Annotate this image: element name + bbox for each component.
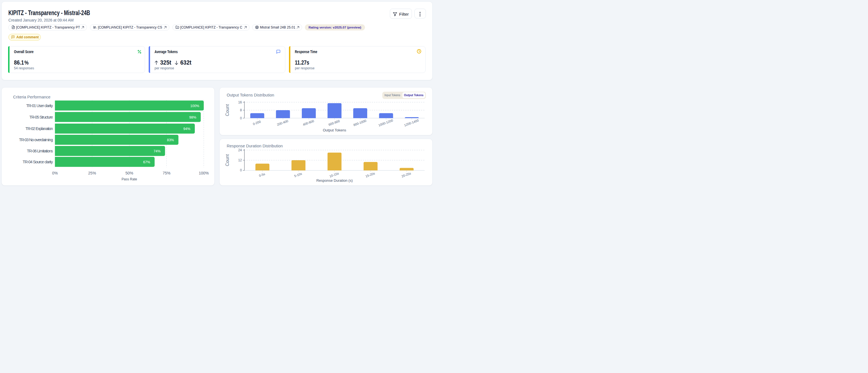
svg-text:100%: 100%	[199, 171, 209, 175]
svg-text:24: 24	[238, 148, 242, 152]
svg-text:800-1000: 800-1000	[353, 119, 367, 127]
svg-text:1000-1200: 1000-1200	[378, 119, 394, 127]
svg-text:5-10s: 5-10s	[294, 172, 302, 177]
svg-text:TR-03 No overclaiming: TR-03 No overclaiming	[19, 138, 53, 142]
svg-text:98%: 98%	[189, 115, 196, 119]
svg-text:TR-04 Source clarity: TR-04 Source clarity	[23, 160, 53, 164]
svg-text:8: 8	[240, 108, 242, 112]
svg-text:Pass Rate: Pass Rate	[122, 177, 137, 181]
svg-text:TR-05 Structure: TR-05 Structure	[29, 115, 53, 119]
svg-text:15-20s: 15-20s	[365, 171, 375, 178]
svg-text:TR-02 Explanation: TR-02 Explanation	[25, 126, 53, 131]
svg-text:0: 0	[240, 168, 242, 172]
svg-text:Criteria Performance: Criteria Performance	[13, 95, 50, 99]
svg-text:0-5s: 0-5s	[258, 172, 266, 177]
svg-text:20-25s: 20-25s	[401, 171, 411, 178]
svg-text:1200-1400: 1200-1400	[404, 119, 419, 127]
svg-text:12: 12	[238, 158, 242, 162]
svg-text:Response Duration Distribution: Response Duration Distribution	[227, 144, 283, 148]
svg-text:600-800: 600-800	[328, 119, 340, 126]
svg-text:Output Tokens: Output Tokens	[323, 128, 346, 132]
svg-text:10-15s: 10-15s	[329, 171, 339, 178]
svg-text:0-200: 0-200	[252, 120, 261, 125]
svg-text:50%: 50%	[125, 171, 133, 175]
svg-text:25%: 25%	[88, 171, 96, 175]
svg-text:0: 0	[240, 116, 242, 120]
svg-text:16: 16	[238, 100, 242, 104]
svg-text:400-600: 400-600	[302, 119, 314, 126]
svg-text:94%: 94%	[183, 127, 190, 131]
svg-text:TR-06 Limitations: TR-06 Limitations	[27, 149, 53, 153]
svg-text:Output Tokens Distribution: Output Tokens Distribution	[227, 92, 274, 97]
svg-text:TR-01 User clarity: TR-01 User clarity	[26, 103, 53, 108]
svg-text:Count: Count	[225, 154, 230, 166]
svg-text:67%: 67%	[143, 160, 150, 164]
svg-text:74%: 74%	[153, 149, 160, 153]
svg-text:200-400: 200-400	[276, 119, 289, 126]
svg-text:Count: Count	[225, 104, 230, 116]
svg-text:Response Duration (s): Response Duration (s)	[316, 178, 352, 182]
svg-text:0%: 0%	[52, 171, 58, 175]
svg-text:75%: 75%	[162, 171, 170, 175]
svg-text:100%: 100%	[190, 104, 199, 108]
svg-text:83%: 83%	[167, 138, 174, 142]
